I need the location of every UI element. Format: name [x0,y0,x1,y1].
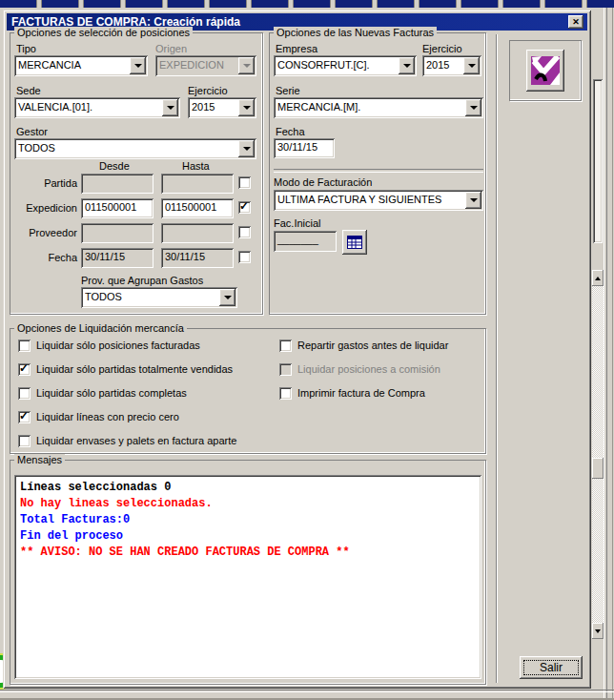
background-grid-header-strip [0,0,614,8]
liq-precio-cero-checkbox[interactable] [18,411,31,423]
prov-agrupan-combobox[interactable]: TODOS [81,287,237,308]
origen-value: EXPEDICION [159,59,237,71]
ejercicio-nuevas-combobox[interactable]: 2015 [422,55,481,76]
serie-combobox[interactable]: MERCANCIA.[M]. [274,97,483,118]
background-divider [0,691,614,692]
partida-desde-field [81,174,154,194]
ejercicio-combobox[interactable]: 2015 [188,97,256,118]
scroll-up-button[interactable] [592,270,604,286]
modo-facturacion-label: Modo de Facturación [274,176,372,188]
chevron-down-icon[interactable] [162,99,178,116]
group-title: Mensajes [14,454,65,465]
tipo-label: Tipo [16,43,36,54]
checkbox-label: Liquidar posiciones a comisión [297,363,440,376]
checkbox-label: Repartir gastos antes de liquidar [297,340,448,352]
ejercicio-label: Ejercicio [422,43,462,54]
gestor-label: Gestor [16,126,48,137]
chevron-down-icon[interactable] [463,57,480,74]
chevron-down-icon[interactable] [465,192,481,209]
ejercicio-label: Ejercicio [188,85,228,96]
background-window-edge [606,8,607,700]
proveedor-checkbox[interactable] [238,226,251,238]
group-nuevas-facturas: Opciones de las Nuevas Facturas Empresa … [269,32,486,315]
group-mensajes: Mensajes Líneas seleccionadas 0 No hay l… [10,460,486,685]
fecha-hasta-field: 30/11/15 [161,248,234,268]
message-line: Total Facturas:0 [20,512,476,528]
fac-inicial-lookup-button[interactable] [342,230,367,255]
proveedor-label: Proveedor [10,227,77,238]
partida-label: Partida [10,177,77,189]
modo-facturacion-value: ULTIMA FACTURA Y SIGUIENTES [277,194,464,205]
close-icon: ✕ [572,17,580,27]
chevron-down-icon[interactable] [399,57,415,74]
group-title: Opciones de selección de posiciones [14,27,193,38]
desde-header: Desde [99,160,130,172]
checkbox-label: Liquidar sólo posiciones facturadas [36,340,200,352]
liq-posiciones-facturadas-checkbox[interactable] [18,340,31,352]
group-liquidacion-mercancia: Opciones de Liquidación mercancía Liquid… [10,328,486,454]
grid-icon [347,236,362,249]
group-title: Opciones de las Nuevas Facturas [274,27,437,38]
background-window-edge [604,8,604,700]
liq-partidas-completas-checkbox[interactable] [18,387,31,400]
liq-partidas-vendidas-checkbox[interactable] [18,363,31,376]
serie-value: MERCANCIA.[M]. [277,101,464,113]
scroll-down-button[interactable] [592,623,604,639]
liq-posiciones-comision-checkbox [279,363,292,376]
modo-facturacion-combobox[interactable]: ULTIMA FACTURA Y SIGUIENTES [274,190,483,211]
expedicion-checkbox[interactable] [238,201,251,214]
expedicion-hasta-field[interactable]: 011500001 [161,198,234,218]
sede-value: VALENCIA.[01]. [18,101,161,113]
close-button[interactable]: ✕ [568,15,583,29]
checkbox-label: Liquidar líneas con precio cero [36,411,179,423]
background-scrollbar-track-top [593,79,603,243]
prov-agrupan-value: TODOS [85,291,218,302]
gestor-combobox[interactable]: TODOS [14,138,256,159]
serie-label: Serie [276,85,300,96]
hasta-header: Hasta [182,160,210,172]
chevron-down-icon[interactable] [465,99,481,116]
background-divider [0,690,614,690]
chevron-down-icon[interactable] [238,140,255,157]
chevron-down-icon[interactable] [219,289,235,306]
chevron-down-icon[interactable] [130,57,146,74]
separator [274,169,483,173]
tipo-value: MERCANCIA [18,59,129,71]
fecha-checkbox[interactable] [238,251,251,263]
expedicion-desde-field[interactable]: 011500001 [81,198,154,218]
facturas-compra-dialog: FACTURAS DE COMPRA: Creación rápida ✕ Op… [3,10,591,689]
imprimir-factura-checkbox[interactable] [279,387,292,400]
tipo-combobox[interactable]: MERCANCIA [14,55,148,76]
message-line: Fin del proceso [20,528,476,545]
group-title: Opciones de Liquidación mercancía [14,322,187,334]
proveedor-hasta-field [161,223,234,243]
message-line: No hay lineas seleccionadas. [20,496,476,512]
logo-frame [509,40,582,101]
message-line: Líneas seleccionadas 0 [20,480,476,496]
fecha-label: Fecha [276,126,305,137]
repartir-gastos-checkbox[interactable] [279,340,292,352]
scrollbar-track[interactable] [592,286,604,623]
chevron-down-icon[interactable] [238,99,255,116]
scroll-down-icon [595,629,601,633]
mensajes-textarea[interactable]: Líneas seleccionadas 0 No hay lineas sel… [14,475,481,679]
app-logo-button [526,50,564,92]
fac-inicial-label: Fac.Inicial [274,217,321,229]
checkbox-label: Liquidar sólo partidas completas [36,387,187,400]
focus-rect [523,660,579,675]
empresa-combobox[interactable]: CONSORFRUT.[C]. [274,55,417,76]
checkbox-label: Liquidar sólo partidas totalmente vendid… [36,363,233,376]
empresa-value: CONSORFRUT.[C]. [277,59,398,71]
scrollbar-thumb[interactable] [592,458,604,479]
fecha-input[interactable]: 30/11/15 [274,138,335,158]
background-window-edge [612,8,613,700]
sede-combobox[interactable]: VALENCIA.[01]. [14,97,180,118]
ejercicio-value: 2015 [426,59,462,71]
liq-envases-palets-checkbox[interactable] [18,435,31,447]
empresa-label: Empresa [276,43,317,54]
proveedor-desde-field [81,223,154,243]
partida-checkbox[interactable] [238,176,251,189]
salir-button[interactable]: Salir [520,656,583,679]
message-line: ** AVISO: NO SE HAN CREADO FACTURAS DE C… [20,545,476,561]
ejercicio-value: 2015 [192,101,237,113]
